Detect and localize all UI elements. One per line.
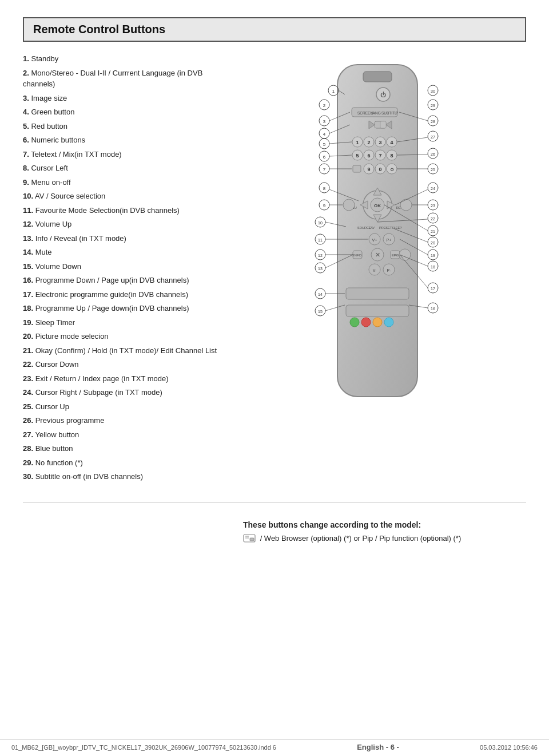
item-num: 19. (23, 318, 33, 327)
svg-text:15: 15 (318, 310, 323, 314)
list-item: 23. Exit / Return / Index page (in TXT m… (23, 373, 217, 385)
note-text-content: / Web Browser (optional) (*) or Pip / Pi… (260, 534, 462, 543)
list-item: 11. Favourite Mode Selection(in DVB chan… (23, 205, 217, 216)
remote-svg: ⏻ SCREEN LANG SUBTITL P 1 (295, 59, 460, 414)
list-item: 18. Programme Up / Page down(in DVB chan… (23, 303, 217, 314)
list-item: 9. Menu on-off (23, 177, 217, 188)
svg-text:5: 5 (356, 153, 359, 159)
item-num: 6. (23, 136, 29, 144)
item-text: Teletext / Mix(in TXT mode) (31, 150, 121, 159)
item-num: 25. (23, 402, 33, 411)
page: Remote Control Buttons 1. Standby2. Mono… (0, 0, 549, 564)
svg-text:6: 6 (367, 153, 370, 159)
list-item: 15. Volume Down (23, 261, 217, 272)
remote-diagram: ⏻ SCREEN LANG SUBTITL P 1 (229, 53, 526, 485)
note-text: / Web Browser (optional) (*) or Pip / Pi… (243, 534, 518, 544)
item-text: Subtitle on-off (in DVB channels) (35, 472, 143, 481)
item-num: 30. (23, 472, 33, 481)
item-num: 4. (23, 108, 29, 116)
svg-text:⚙: ⚙ (390, 167, 394, 172)
item-num: 3. (23, 94, 29, 102)
svg-text:21: 21 (431, 229, 435, 233)
svg-text:25: 25 (431, 168, 435, 172)
list-item: 12. Volume Up (23, 219, 217, 230)
svg-text:14: 14 (318, 292, 323, 296)
list-item: 22. Cursor Down (23, 359, 217, 370)
list-item: 26. Previous programme (23, 415, 217, 426)
list-item: 8. Cursor Left (23, 163, 217, 174)
svg-text:0: 0 (379, 167, 381, 172)
svg-point-45 (343, 199, 355, 211)
svg-point-69 (361, 318, 371, 327)
item-num: 11. (23, 206, 33, 215)
list-item: 17. Electronic programme guide(in DVB ch… (23, 289, 217, 300)
svg-text:7: 7 (379, 153, 381, 159)
item-num: 16. (23, 276, 33, 284)
item-text: AV / Source selection (35, 192, 105, 200)
svg-rect-160 (250, 538, 254, 541)
svg-text:26: 26 (431, 152, 435, 156)
items-list: 1. Standby2. Mono/Stereo - Dual I-II / C… (23, 53, 217, 482)
svg-point-70 (373, 318, 382, 327)
item-text: Red button (31, 122, 67, 130)
svg-point-61 (399, 249, 411, 260)
item-num: 27. (23, 430, 33, 439)
list-item: 6. Numeric buttons (23, 134, 217, 146)
footer-left: 01_MB62_[GB]_woybpr_IDTV_TC_NICKEL17_390… (11, 744, 276, 751)
list-item: 1. Standby (23, 53, 217, 65)
note-box: These buttons change according to the mo… (234, 512, 526, 553)
item-text: Favourite Mode Selection(in DVB channels… (35, 206, 180, 215)
main-content: 1. Standby2. Mono/Stereo - Dual I-II / C… (23, 53, 526, 485)
item-text: Programme Up / Page down(in DVB channels… (35, 304, 189, 312)
item-num: 24. (23, 388, 33, 397)
list-item: 25. Cursor Up (23, 401, 217, 413)
svg-text:28: 28 (431, 120, 435, 124)
svg-text:24: 24 (431, 187, 435, 191)
svg-text:10: 10 (318, 221, 323, 225)
list-item: 5. Red button (23, 121, 217, 132)
item-num: 5. (23, 122, 29, 130)
item-num: 9. (23, 178, 29, 187)
note-title: These buttons change according to the mo… (243, 520, 518, 529)
svg-rect-1 (363, 72, 392, 82)
svg-text:6: 6 (323, 155, 326, 160)
list-item: 3. Image size (23, 93, 217, 104)
list-item: 21. Okay (Confirm) / Hold (in TXT mode)/… (23, 345, 217, 357)
button-list: 1. Standby2. Mono/Stereo - Dual I-II / C… (23, 53, 217, 485)
item-text: Mute (35, 248, 52, 256)
svg-text:20: 20 (431, 241, 435, 245)
svg-point-68 (350, 318, 359, 327)
svg-rect-67 (346, 305, 409, 316)
item-num: 17. (23, 290, 33, 299)
item-text: Sleep Timer (35, 318, 75, 327)
svg-text:8: 8 (390, 153, 393, 159)
item-text: Volume Up (35, 220, 72, 228)
item-text: Yellow button (35, 430, 79, 439)
svg-text:16: 16 (431, 307, 435, 311)
svg-point-46 (400, 199, 412, 211)
svg-rect-12 (380, 121, 386, 128)
svg-text:27: 27 (431, 135, 435, 139)
svg-text:30: 30 (431, 89, 435, 93)
remote-wrap: ⏻ SCREEN LANG SUBTITL P 1 (295, 59, 460, 415)
item-text: Mono/Stereo - Dual I-II / Currrent Langu… (23, 69, 202, 89)
item-num: 2. (23, 69, 29, 77)
list-item: 2. Mono/Stereo - Dual I-II / Currrent La… (23, 68, 217, 90)
svg-text:29: 29 (431, 104, 435, 108)
svg-text:1: 1 (356, 140, 359, 145)
item-num: 18. (23, 304, 33, 312)
item-text: Electronic programme guide(in DVB channe… (35, 290, 188, 299)
footer-center: English - 6 - (357, 743, 399, 751)
svg-text:LANG: LANG (371, 111, 381, 115)
list-item: 14. Mute (23, 247, 217, 258)
svg-text:7: 7 (323, 167, 326, 172)
svg-text:P+: P+ (387, 238, 392, 242)
item-num: 26. (23, 416, 33, 425)
svg-text:V-: V- (373, 268, 377, 272)
header-box: Remote Control Buttons (23, 17, 526, 42)
svg-text:P-: P- (387, 268, 392, 272)
svg-text:3: 3 (323, 119, 326, 124)
item-text: Cursor Right / Subpage (in TXT mode) (35, 388, 162, 397)
list-item: 24. Cursor Right / Subpage (in TXT mode) (23, 387, 217, 398)
list-item: 7. Teletext / Mix(in TXT mode) (23, 149, 217, 160)
